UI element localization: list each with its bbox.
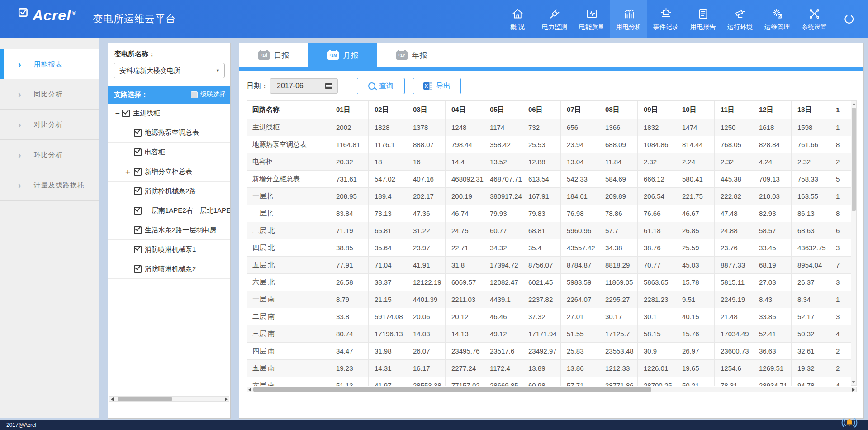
value-cell: 14.31: [369, 360, 407, 377]
sidebar-item[interactable]: ›同比分析: [0, 79, 99, 110]
tree-node[interactable]: 地源热泵空调总表: [108, 123, 230, 143]
tree-node[interactable]: 消防喷淋机械泵1: [108, 240, 230, 259]
value-cell-clipped: 1: [830, 119, 851, 136]
expand-plus-icon[interactable]: ＋: [124, 168, 132, 176]
export-button[interactable]: X 导出: [413, 78, 461, 94]
value-cell: 46.46: [484, 308, 522, 325]
table-row: 六层 北26.5838.3712122.196069.5712082.47602…: [247, 274, 851, 291]
alarm-bell-button[interactable]: [841, 417, 858, 430]
value-cell: 31.98: [369, 343, 407, 359]
scrollbar-thumb[interactable]: [253, 387, 651, 392]
scroll-left-arrow-icon[interactable]: [111, 397, 114, 401]
collapse-minus-icon[interactable]: −: [115, 110, 120, 117]
checkbox-checked-icon[interactable]: [134, 265, 142, 273]
checkbox-checked-icon[interactable]: [134, 168, 142, 176]
tab-+1M[interactable]: +1M月报: [308, 43, 377, 67]
home-icon: [512, 7, 524, 21]
report-table: 回路名称01日02日03日04日05日06日07日08日09日10日11日12日…: [247, 100, 851, 386]
value-cell: 26.07: [407, 343, 446, 359]
tree-node[interactable]: ＋新增分立柜总表: [108, 162, 230, 182]
checkbox-checked-icon[interactable]: [122, 110, 130, 117]
date-input[interactable]: 2017-06: [270, 78, 338, 94]
value-cell: 13.52: [484, 153, 522, 170]
checkbox-checked-icon[interactable]: [134, 187, 142, 195]
column-header: 07日: [561, 101, 599, 119]
value-cell: 2249.19: [715, 291, 753, 308]
checkbox-checked-icon[interactable]: [134, 246, 142, 253]
nav-item-system-settings[interactable]: 系统设置: [796, 0, 833, 38]
value-cell: 26.97: [676, 343, 715, 359]
sidebar-item[interactable]: ›用能报表: [0, 49, 99, 79]
value-cell: 8954.04: [792, 257, 830, 273]
scrollbar-thumb[interactable]: [852, 108, 856, 211]
tree-node[interactable]: −主进线柜: [108, 104, 230, 123]
value-cell: 58.57: [753, 222, 792, 239]
value-cell: 19.23: [330, 360, 369, 377]
tree-node-label: 消防栓机械泵2路: [145, 187, 196, 196]
nav-item-power-quality[interactable]: 电能质量: [573, 0, 610, 38]
scrollbar-thumb[interactable]: [118, 397, 172, 401]
value-cell-clipped: 2: [830, 343, 851, 359]
nav-item-event-log[interactable]: 事件记录: [647, 0, 684, 38]
value-cell: 1174: [484, 119, 522, 136]
value-cell: 30.17: [599, 308, 638, 325]
table-row: 主进线柜200218281378124811747326561366183214…: [247, 119, 851, 136]
event-log-icon: [660, 7, 672, 21]
value-cell: 25.59: [676, 239, 715, 256]
scroll-up-arrow-icon[interactable]: [852, 103, 856, 105]
table-vertical-scrollbar[interactable]: [851, 100, 857, 386]
value-cell: 6021.45: [522, 274, 561, 291]
scroll-right-arrow-icon[interactable]: [225, 397, 228, 401]
nav-item-power-monitor[interactable]: 电力监测: [536, 0, 573, 38]
value-cell: 43557.42: [561, 239, 599, 256]
value-cell: 15.76: [676, 325, 715, 342]
nav-item-environment[interactable]: 运行环境: [721, 0, 759, 38]
chevron-right-icon: ›: [18, 60, 21, 69]
value-cell: 163.55: [792, 188, 830, 205]
value-cell: 5863.65: [638, 274, 676, 291]
checkbox-checked-icon[interactable]: [134, 226, 142, 234]
value-cell: 358.42: [484, 136, 522, 153]
tab-+1Y[interactable]: +1Y年报: [377, 43, 446, 67]
scroll-left-arrow-icon[interactable]: [248, 388, 251, 392]
column-header: 10日: [676, 101, 715, 119]
scroll-down-arrow-icon[interactable]: [852, 381, 855, 383]
column-header: 09日: [638, 101, 676, 119]
table-horizontal-scrollbar[interactable]: [247, 387, 857, 392]
alarm-bell-icon: [841, 417, 858, 429]
logout-power-button[interactable]: [833, 0, 865, 38]
checkbox-checked-icon[interactable]: [134, 207, 142, 215]
checkbox-checked-icon[interactable]: [134, 129, 142, 137]
value-cell: 2.24: [676, 153, 715, 170]
tree-node[interactable]: 消防栓机械泵2路: [108, 182, 230, 201]
value-cell: 17034.49: [715, 325, 753, 342]
sidebar-item-label: 用能报表: [34, 60, 63, 69]
nav-item-home[interactable]: 概 况: [499, 0, 536, 38]
sidebar-item[interactable]: ›环比分析: [0, 140, 99, 170]
value-cell: 49.12: [484, 325, 522, 342]
tab-+1d[interactable]: +1d日报: [239, 43, 308, 67]
tree-horizontal-scrollbar[interactable]: [109, 396, 229, 402]
cascade-select-checkbox[interactable]: 级联选择: [191, 91, 226, 99]
scroll-right-arrow-icon[interactable]: [852, 388, 855, 392]
nav-item-ops-management[interactable]: 运维管理: [759, 0, 796, 38]
nav-item-usage-report[interactable]: 用电报告: [684, 0, 721, 38]
value-cell: 407.16: [407, 171, 446, 187]
checkbox-checked-icon[interactable]: [134, 148, 142, 156]
date-picker-button[interactable]: [320, 79, 337, 93]
tree-node[interactable]: 生活水泵2路一层弱电房: [108, 220, 230, 240]
chevron-right-icon: ›: [18, 120, 21, 129]
tree-node[interactable]: 消防喷淋机械泵2: [108, 259, 230, 279]
sidebar-item[interactable]: ›对比分析: [0, 110, 99, 140]
value-cell: 47.48: [715, 205, 753, 222]
query-button[interactable]: 查询: [357, 78, 405, 94]
value-cell: 584.69: [599, 171, 638, 187]
nav-item-usage-analysis[interactable]: 用电分析: [610, 0, 647, 38]
sidebar-item[interactable]: ›计量及线路损耗: [0, 170, 99, 201]
station-select[interactable]: 安科瑞新大楼变电所 ▼: [114, 63, 225, 78]
tree-node[interactable]: 一层南1APE2右一层北1APE1左: [108, 201, 230, 220]
tree-node[interactable]: 电容柜: [108, 143, 230, 162]
value-cell: 8.79: [330, 291, 369, 308]
value-cell-clipped: 6: [830, 222, 851, 239]
value-cell: 8.34: [792, 291, 830, 308]
